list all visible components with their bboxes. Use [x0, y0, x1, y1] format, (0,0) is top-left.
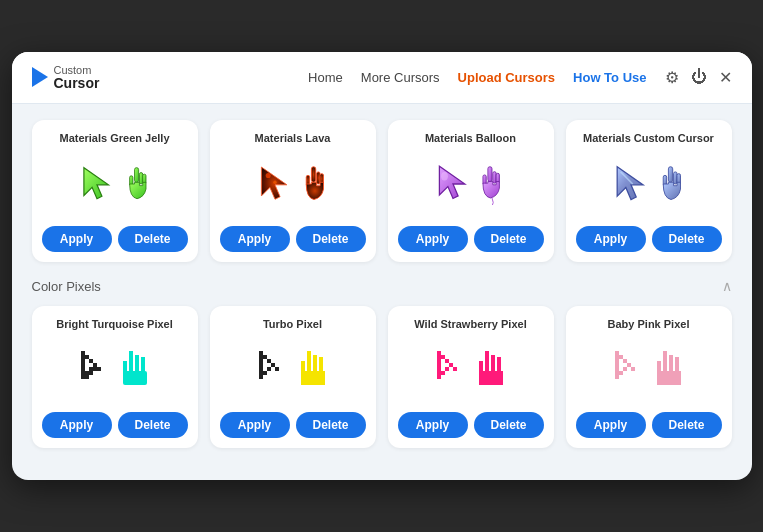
svg-rect-49	[259, 355, 263, 359]
svg-rect-35	[89, 367, 93, 371]
delete-button-wild-strawberry[interactable]: Delete	[474, 412, 544, 438]
svg-rect-45	[129, 367, 133, 373]
svg-rect-1	[134, 168, 138, 183]
svg-rect-109	[669, 367, 673, 373]
apply-button-green-jelly[interactable]: Apply	[42, 226, 112, 252]
card-bright-turquoise: Bright Turquoise Pixel	[32, 306, 198, 448]
card-cursors-custom-cursor	[613, 154, 685, 214]
card-cursors-wild-strawberry	[435, 340, 507, 400]
bright-turquoise-hand-icon	[121, 349, 151, 391]
svg-rect-78	[449, 363, 453, 367]
custom-cursor-arrow-icon	[613, 165, 649, 203]
delete-button-green-jelly[interactable]: Delete	[118, 226, 188, 252]
green-jelly-hand-icon	[123, 166, 151, 202]
svg-rect-29	[81, 371, 85, 375]
svg-rect-91	[615, 355, 619, 359]
balloon-hand-icon	[478, 163, 506, 205]
delete-button-baby-pink[interactable]: Delete	[652, 412, 722, 438]
svg-rect-102	[619, 371, 623, 375]
svg-rect-96	[615, 375, 619, 379]
svg-rect-87	[485, 367, 489, 373]
delete-button-turbo[interactable]: Delete	[296, 412, 366, 438]
svg-rect-88	[491, 367, 495, 373]
delete-button-balloon[interactable]: Delete	[474, 226, 544, 252]
svg-rect-2	[139, 173, 142, 184]
svg-rect-39	[93, 367, 97, 371]
bright-turquoise-arrow-icon	[79, 349, 113, 391]
baby-pink-arrow-icon	[613, 349, 647, 391]
apply-button-lava[interactable]: Apply	[220, 226, 290, 252]
svg-rect-94	[615, 367, 619, 371]
svg-rect-30	[81, 375, 85, 379]
svg-rect-70	[437, 355, 441, 359]
close-icon[interactable]: ✕	[719, 68, 732, 87]
materials-grid: Materials Green Jelly	[32, 120, 732, 262]
svg-rect-99	[627, 363, 631, 367]
svg-rect-80	[445, 367, 449, 371]
apply-button-bright-turquoise[interactable]: Apply	[42, 412, 112, 438]
svg-rect-14	[487, 167, 491, 182]
svg-rect-108	[663, 367, 667, 373]
svg-rect-81	[441, 371, 445, 375]
svg-rect-20	[668, 167, 672, 183]
svg-rect-53	[259, 371, 263, 375]
svg-rect-76	[441, 355, 445, 359]
header: Custom Cursor Home More Cursors Upload C…	[12, 52, 752, 104]
card-actions-lava: Apply Delete	[220, 226, 366, 252]
collapse-icon[interactable]: ∧	[722, 278, 732, 294]
card-actions-wild-strawberry: Apply Delete	[398, 412, 544, 438]
card-cursors-bright-turquoise	[79, 340, 151, 400]
card-turbo-pixel: Turbo Pixel	[210, 306, 376, 448]
svg-rect-66	[307, 367, 311, 373]
power-icon[interactable]: ⏻	[691, 68, 707, 86]
svg-rect-46	[135, 367, 139, 373]
apply-button-turbo[interactable]: Apply	[220, 412, 290, 438]
delete-button-bright-turquoise[interactable]: Delete	[118, 412, 188, 438]
svg-rect-37	[85, 375, 89, 379]
nav-upload-cursors[interactable]: Upload Cursors	[458, 70, 556, 85]
apply-button-balloon[interactable]: Apply	[398, 226, 468, 252]
nav-how-to-use[interactable]: How To Use	[573, 70, 646, 85]
svg-marker-12	[439, 166, 465, 198]
svg-rect-48	[259, 351, 263, 355]
card-cursors-lava	[258, 154, 328, 214]
logo-text: Custom Cursor	[54, 64, 100, 91]
svg-rect-67	[313, 367, 317, 373]
card-actions-turbo: Apply Delete	[220, 412, 366, 438]
svg-rect-54	[259, 375, 263, 379]
svg-rect-9	[316, 172, 319, 184]
svg-rect-74	[437, 371, 441, 375]
card-balloon: Materials Balloon	[388, 120, 554, 262]
apply-button-baby-pink[interactable]: Apply	[576, 412, 646, 438]
color-pixels-title: Color Pixels	[32, 279, 101, 294]
card-custom-cursor: Materials Custom Cursor	[566, 120, 732, 262]
svg-rect-40	[129, 351, 133, 367]
balloon-arrow-icon	[436, 163, 470, 205]
delete-button-custom-cursor[interactable]: Delete	[652, 226, 722, 252]
svg-rect-62	[313, 355, 317, 369]
svg-rect-72	[437, 363, 441, 367]
svg-rect-100	[631, 367, 635, 371]
apply-button-custom-cursor[interactable]: Apply	[576, 226, 646, 252]
card-green-jelly: Materials Green Jelly	[32, 120, 198, 262]
card-cursors-green-jelly	[79, 154, 151, 214]
lava-arrow-icon	[258, 165, 292, 203]
svg-rect-95	[615, 371, 619, 375]
svg-rect-47	[141, 367, 145, 373]
card-actions-custom-cursor: Apply Delete	[576, 226, 722, 252]
logo: Custom Cursor	[32, 64, 100, 91]
svg-rect-89	[497, 367, 501, 373]
svg-rect-83	[491, 355, 495, 369]
delete-button-lava[interactable]: Delete	[296, 226, 366, 252]
nav-more-cursors[interactable]: More Cursors	[361, 70, 440, 85]
svg-rect-61	[307, 351, 311, 367]
nav-home[interactable]: Home	[308, 70, 343, 85]
svg-rect-8	[311, 167, 315, 183]
svg-rect-34	[97, 367, 101, 371]
card-actions-bright-turquoise: Apply Delete	[42, 412, 188, 438]
settings-icon[interactable]: ⚙	[665, 68, 679, 87]
svg-rect-57	[271, 363, 275, 367]
apply-button-wild-strawberry[interactable]: Apply	[398, 412, 468, 438]
svg-rect-110	[675, 367, 679, 373]
svg-rect-104	[669, 355, 673, 369]
